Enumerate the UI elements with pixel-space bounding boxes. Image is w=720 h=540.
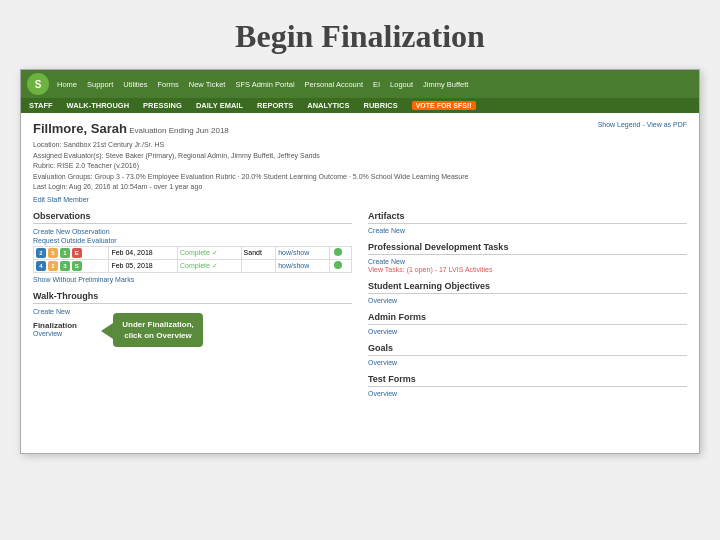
meta-line5: Last Login: Aug 26, 2016 at 10:54am - ov… [33,182,687,193]
obs-dot-2 [329,259,351,272]
observations-title: Observations [33,211,352,224]
logo-icon: S [27,73,49,95]
obs-row-2: 4 2 3 S Feb 05, 2018 Complete ✓ how/show [34,259,352,272]
obs-actions-2[interactable]: how/show [276,259,330,272]
nav-staff[interactable]: STAFF [29,101,53,110]
request-outside-evaluator-link[interactable]: Request Outside Evaluator [33,237,352,244]
obs-actions-1[interactable]: how/show [276,246,330,259]
nav-new-ticket[interactable]: New Ticket [189,80,226,89]
obs-status-1: Complete ✓ [178,246,242,259]
obs-row-1: 2 5 1 E Feb 04, 2018 Complete ✓ Sandt ho… [34,246,352,259]
nav-personal-account[interactable]: Personal Account [305,80,363,89]
nav-daily-email[interactable]: DAILY EMAIL [196,101,243,110]
person-meta: Location: Sandbox 21st Century Jr./Sr. H… [33,140,687,193]
top-nav-bar: S Home Support Utilities Forms New Ticke… [21,70,699,98]
slo-title: Student Learning Objectives [368,281,687,294]
obs-evaluator-1: Sandt [241,246,276,259]
walk-throughs-section: Walk-Throughs Create New [33,291,352,315]
test-forms-section: Test Forms Overview [368,374,687,397]
slo-overview-link[interactable]: Overview [368,297,687,304]
person-name: Fillmore, Sarah [33,121,127,136]
left-column: Observations Create New Observation Requ… [33,211,352,405]
pd-view-tasks-link[interactable]: View Tasks: (1 open) - 17 LVIS Activitie… [368,266,687,273]
pd-tasks-section: Professional Development Tasks Create Ne… [368,242,687,273]
obs-evaluator-2 [241,259,276,272]
test-forms-title: Test Forms [368,374,687,387]
nav-analytics[interactable]: ANALyTIcS [307,101,349,110]
edit-staff-link[interactable]: Edit Staff Member [33,196,687,203]
meta-line2: Assigned Evaluator(s): Steve Baker (Prim… [33,151,687,162]
person-name-area: Fillmore, Sarah Evaluation Ending Jun 20… [33,121,229,136]
second-nav-bar: STAFF WALK-THROUGH PRESSING DAILY EMAIL … [21,98,699,113]
badge-3: 3 [60,261,70,271]
goals-overview-link[interactable]: Overview [368,359,687,366]
nav-user-name: Jimmy Buffett [423,80,468,89]
artifacts-section: Artifacts Create New [368,211,687,234]
nav-utilities[interactable]: Utilities [123,80,147,89]
header-links[interactable]: Show Legend - View as PDF [598,121,687,128]
finalization-section: Finalization Overview Under Finalization… [33,321,352,337]
person-header: Fillmore, Sarah Evaluation Ending Jun 20… [33,121,687,136]
obs-dot-1 [329,246,351,259]
nav-logout[interactable]: Logout [390,80,413,89]
two-col-layout: Observations Create New Observation Requ… [33,211,687,405]
nav-vote[interactable]: VOTE FOR SFS!! [412,101,476,110]
admin-forms-section: Admin Forms Overview [368,312,687,335]
obs-status-2: Complete ✓ [178,259,242,272]
badge-2b: 2 [48,261,58,271]
nav-forms[interactable]: Forms [157,80,178,89]
nav-home[interactable]: Home [57,80,77,89]
artifacts-create-link[interactable]: Create New [368,227,687,234]
badge-1: 1 [60,248,70,258]
callout-box: Under Finalization, click on Overview [113,313,203,347]
goals-title: Goals [368,343,687,356]
goals-section: Goals Overview [368,343,687,366]
badge-s: S [72,261,82,271]
observations-table: 2 5 1 E Feb 04, 2018 Complete ✓ Sandt ho… [33,246,352,273]
right-column: Artifacts Create New Professional Develo… [368,211,687,405]
nav-reports[interactable]: REPORTS [257,101,293,110]
browser-window: S Home Support Utilities Forms New Ticke… [20,69,700,454]
badge-4: 4 [36,261,46,271]
nav-rubrics[interactable]: RUBRICS [363,101,397,110]
nav-sfs-admin[interactable]: SFS Admin Portal [235,80,294,89]
badge-e: E [72,248,82,258]
slo-section: Student Learning Objectives Overview [368,281,687,304]
obs-date-1: Feb 04, 2018 [109,246,178,259]
walk-throughs-title: Walk-Throughs [33,291,352,304]
callout-arrow [101,323,113,339]
main-content: Fillmore, Sarah Evaluation Ending Jun 20… [21,113,699,453]
artifacts-title: Artifacts [368,211,687,224]
meta-line4: Evaluation Groups: Group 3 - 73.0% Emplo… [33,172,687,183]
pd-create-link[interactable]: Create New [368,258,687,265]
obs-badge-2: 4 2 3 S [34,259,109,272]
obs-badge-1: 2 5 1 E [34,246,109,259]
nav-pressing[interactable]: PRESSING [143,101,182,110]
test-forms-overview-link[interactable]: Overview [368,390,687,397]
eval-period: Evaluation Ending Jun 2018 [129,126,229,135]
obs-date-2: Feb 05, 2018 [109,259,178,272]
create-new-observation-link[interactable]: Create New Observation [33,228,352,235]
nav-ei[interactable]: EI [373,80,380,89]
badge-2: 2 [36,248,46,258]
badge-5: 5 [48,248,58,258]
page-title: Begin Finalization [0,18,720,55]
nav-support[interactable]: Support [87,80,113,89]
top-nav-links: Home Support Utilities Forms New Ticket … [57,80,693,89]
show-without-prelim-link[interactable]: Show Without Preliminary Marks [33,276,352,283]
page-title-area: Begin Finalization [0,0,720,69]
pd-tasks-title: Professional Development Tasks [368,242,687,255]
meta-line3: Rubric: RISE 2.0 Teacher (v.2016) [33,161,687,172]
admin-forms-overview-link[interactable]: Overview [368,328,687,335]
meta-line1: Location: Sandbox 21st Century Jr./Sr. H… [33,140,687,151]
nav-walk-through[interactable]: WALK-THROUGH [67,101,130,110]
admin-forms-title: Admin Forms [368,312,687,325]
